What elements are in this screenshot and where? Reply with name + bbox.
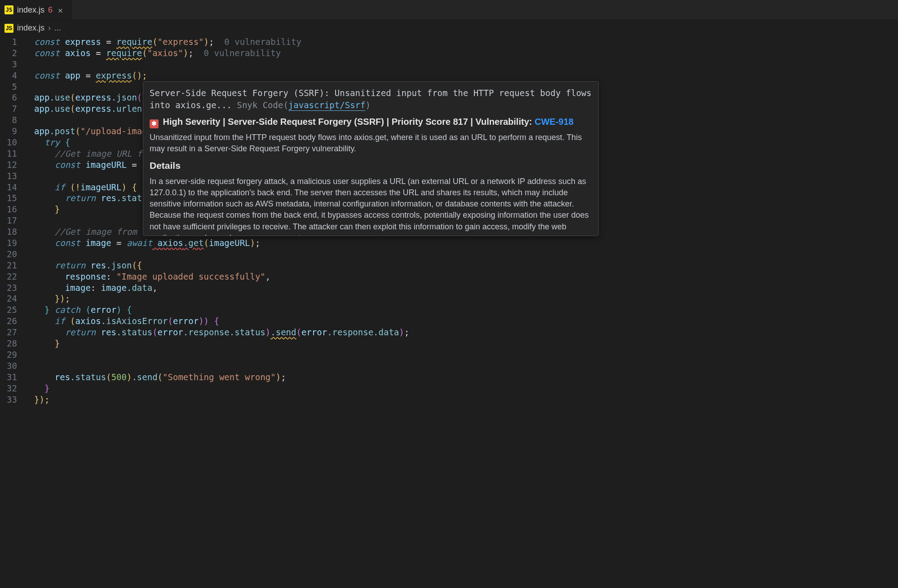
cwe-link[interactable]: CWE-918 (535, 117, 574, 127)
line-number: 20 (0, 249, 17, 260)
line-number: 1 (0, 36, 17, 48)
line-number: 18 (0, 226, 17, 237)
line-number: 17 (0, 215, 17, 226)
severity-line: ✱ High Severity | Server-Side Request Fo… (150, 115, 592, 128)
js-file-icon: JS (4, 5, 13, 14)
line-number: 23 (0, 282, 17, 294)
popup-header-code: Server-Side Request Forgery (SSRF): Unsa… (150, 87, 592, 111)
line-number: 14 (0, 182, 17, 193)
line-number: 24 (0, 293, 17, 304)
breadcrumb-more[interactable]: ... (54, 23, 61, 33)
breadcrumb: JS index.js › ... (0, 20, 898, 36)
line-number: 21 (0, 260, 17, 271)
tab-problem-count: 6 (48, 5, 53, 15)
line-number: 30 (0, 360, 17, 372)
line-number: 26 (0, 316, 17, 327)
line-number-gutter: 1234567891011121314151617181920212223242… (0, 36, 27, 588)
line-number: 19 (0, 237, 17, 249)
line-number: 8 (0, 114, 17, 126)
high-severity-icon: ✱ (150, 119, 159, 128)
code-editor[interactable]: 1234567891011121314151617181920212223242… (0, 36, 898, 588)
line-number: 12 (0, 159, 17, 171)
line-number: 32 (0, 383, 17, 394)
snyk-rule-link[interactable]: javascript/Ssrf (288, 100, 366, 110)
tab-index-js[interactable]: JS index.js 6 ✕ (0, 0, 71, 20)
line-number: 28 (0, 338, 17, 349)
line-number: 22 (0, 271, 17, 282)
popup-details: In a server-side request forgery attack,… (150, 176, 592, 236)
line-number: 7 (0, 103, 17, 114)
tab-bar: JS index.js 6 ✕ (0, 0, 898, 20)
line-number: 6 (0, 92, 17, 103)
line-number: 15 (0, 193, 17, 204)
line-number: 2 (0, 48, 17, 59)
breadcrumb-filename[interactable]: index.js (17, 23, 44, 33)
chevron-right-icon: › (48, 23, 51, 33)
line-number: 5 (0, 81, 17, 92)
line-number: 10 (0, 137, 17, 148)
popup-summary: Unsanitized input from the HTTP request … (150, 132, 592, 154)
line-number: 33 (0, 394, 17, 405)
line-number: 27 (0, 327, 17, 338)
line-number: 16 (0, 204, 17, 215)
line-number: 3 (0, 59, 17, 70)
line-number: 31 (0, 372, 17, 383)
close-icon[interactable]: ✕ (56, 4, 65, 16)
details-heading: Details (150, 159, 592, 172)
diagnostic-hover-popup[interactable]: Server-Side Request Forgery (SSRF): Unsa… (143, 81, 599, 236)
tab-filename: index.js (17, 5, 44, 15)
line-number: 11 (0, 148, 17, 159)
line-number: 13 (0, 171, 17, 182)
line-number: 9 (0, 126, 17, 137)
line-number: 29 (0, 349, 17, 360)
line-number: 25 (0, 304, 17, 316)
line-number: 4 (0, 70, 17, 81)
js-file-icon: JS (4, 24, 13, 33)
